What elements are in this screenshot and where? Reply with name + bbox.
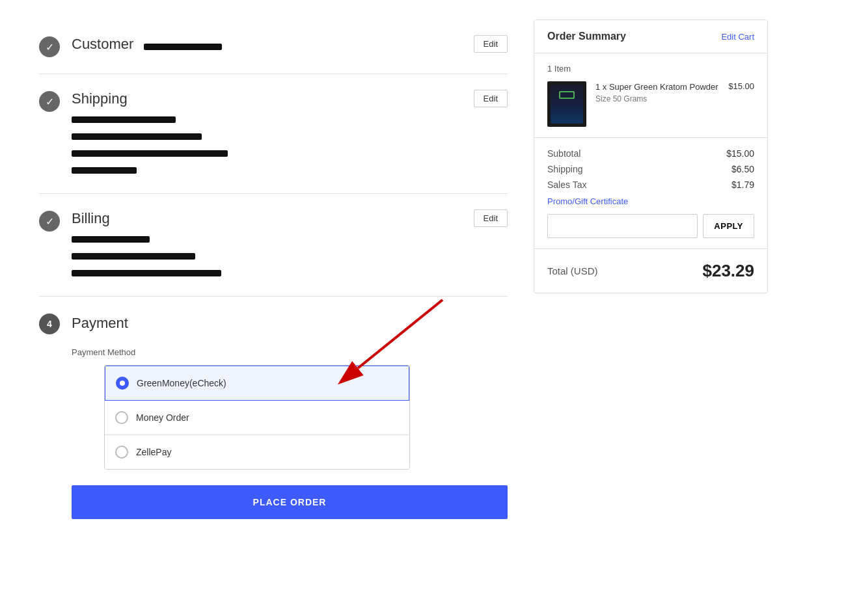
shipping-line-4: [72, 167, 137, 174]
item-price: $15.00: [728, 81, 754, 91]
shipping-line-3: [72, 150, 228, 157]
order-summary-card: Order Summary Edit Cart 1 Item 1 x Super…: [534, 20, 768, 293]
shipping-edit-button[interactable]: Edit: [474, 90, 508, 107]
payment-header: 4 Payment: [39, 312, 508, 334]
zellepay-label: ZellePay: [136, 447, 171, 457]
greenmoney-label: GreenMoney(eCheck): [137, 378, 226, 388]
billing-line-2: [72, 253, 195, 260]
billing-section: ✓ Billing Edit: [39, 194, 508, 297]
shipping-section: ✓ Shipping Edit: [39, 74, 508, 194]
customer-header: Customer Edit: [72, 35, 508, 53]
shipping-line-1: [72, 116, 176, 123]
customer-section: ✓ Customer Edit: [39, 20, 508, 74]
payment-title: Payment: [72, 315, 128, 332]
shipping-value: $6.50: [731, 164, 754, 174]
order-item: 1 x Super Green Kratom Powder Size 50 Gr…: [547, 81, 754, 127]
payment-options-list: GreenMoney(eCheck) Money Order ZellePay: [104, 365, 410, 470]
item-variant: Size 50 Grams: [595, 94, 719, 103]
payment-section: 4 Payment Payment Method: [39, 297, 508, 535]
shipping-row: Shipping $6.50: [547, 164, 754, 174]
radio-greenmoney: [116, 377, 129, 390]
payment-option-greenmoney[interactable]: GreenMoney(eCheck): [104, 365, 410, 401]
subtotal-value: $15.00: [726, 148, 754, 159]
item-details: 1 x Super Green Kratom Powder Size 50 Gr…: [595, 81, 719, 103]
customer-body: Customer Edit: [72, 35, 508, 58]
tax-row: Sales Tax $1.79: [547, 180, 754, 190]
product-image: [547, 81, 586, 127]
billing-line-1: [72, 236, 150, 243]
order-items-section: 1 Item 1 x Super Green Kratom Powder Siz…: [534, 53, 767, 138]
total-final-value: $23.29: [702, 261, 754, 281]
shipping-check-icon: ✓: [39, 91, 60, 112]
billing-check-icon: ✓: [39, 211, 60, 232]
apply-button[interactable]: APPLY: [703, 214, 754, 238]
customer-title: Customer: [72, 36, 133, 53]
billing-header: Billing Edit: [72, 209, 508, 227]
order-summary-header: Order Summary Edit Cart: [534, 20, 767, 53]
checkout-main: ✓ Customer Edit ✓ Shipping Edit: [39, 20, 508, 535]
payment-option-zellepay[interactable]: ZellePay: [105, 435, 409, 469]
payment-step-icon: 4: [39, 314, 60, 334]
shipping-header: Shipping Edit: [72, 90, 508, 107]
payment-method-label: Payment Method: [72, 347, 508, 357]
customer-redacted: [144, 44, 222, 50]
items-count: 1 Item: [547, 64, 754, 74]
promo-link[interactable]: Promo/Gift Certificate: [547, 196, 754, 206]
order-summary-title: Order Summary: [547, 31, 626, 42]
order-total-final: Total (USD) $23.29: [534, 249, 767, 293]
radio-zellepay: [115, 446, 128, 459]
radio-moneyorder: [115, 411, 128, 424]
billing-body: Billing Edit: [72, 209, 508, 280]
billing-line-3: [72, 270, 221, 276]
shipping-title: Shipping: [72, 90, 128, 107]
billing-title: Billing: [72, 210, 110, 227]
shipping-details: [72, 113, 508, 178]
item-name: 1 x Super Green Kratom Powder: [595, 81, 719, 93]
shipping-body: Shipping Edit: [72, 90, 508, 178]
tax-value: $1.79: [731, 180, 754, 190]
customer-check-icon: ✓: [39, 36, 60, 57]
product-bag-icon: [551, 85, 583, 124]
order-totals: Subtotal $15.00 Shipping $6.50 Sales Tax…: [534, 138, 767, 249]
payment-options-wrapper: GreenMoney(eCheck) Money Order ZellePay: [72, 365, 410, 470]
payment-option-moneyorder[interactable]: Money Order: [105, 401, 409, 435]
promo-input[interactable]: [547, 214, 698, 238]
moneyorder-label: Money Order: [136, 412, 189, 423]
subtotal-label: Subtotal: [547, 148, 580, 159]
shipping-line-2: [72, 133, 202, 140]
tax-label: Sales Tax: [547, 180, 586, 190]
subtotal-row: Subtotal $15.00: [547, 148, 754, 159]
customer-edit-button[interactable]: Edit: [474, 35, 508, 53]
order-summary-sidebar: Order Summary Edit Cart 1 Item 1 x Super…: [534, 20, 768, 535]
promo-row: APPLY: [547, 214, 754, 238]
shipping-label: Shipping: [547, 164, 583, 174]
payment-step-number: 4: [39, 314, 60, 334]
edit-cart-link[interactable]: Edit Cart: [721, 32, 754, 42]
billing-details: [72, 232, 508, 280]
total-final-label: Total (USD): [547, 265, 598, 276]
billing-edit-button[interactable]: Edit: [474, 209, 508, 227]
place-order-button[interactable]: PLACE ORDER: [72, 485, 508, 519]
